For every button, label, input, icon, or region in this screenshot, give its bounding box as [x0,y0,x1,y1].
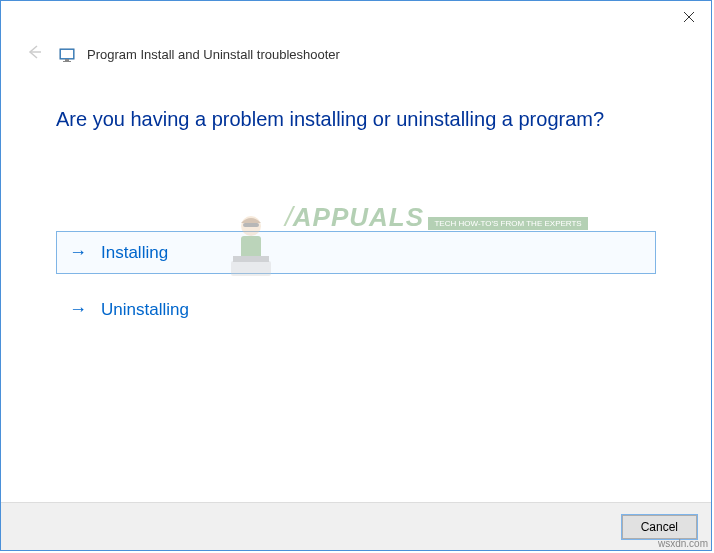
svg-rect-6 [63,61,71,62]
option-installing[interactable]: → Installing [56,231,656,274]
back-arrow-icon [21,41,47,68]
footer: Cancel [1,502,711,550]
close-button[interactable] [666,2,711,32]
close-icon [684,12,694,22]
arrow-right-icon: → [69,242,87,263]
window-title: Program Install and Uninstall troublesho… [87,47,340,62]
arrow-right-icon: → [69,299,87,320]
header: Program Install and Uninstall troublesho… [1,33,711,78]
svg-rect-5 [65,59,69,61]
troubleshooter-icon [59,47,75,63]
page-heading: Are you having a problem installing or u… [56,108,656,131]
content-area: Are you having a problem installing or u… [1,78,711,331]
troubleshooter-window: Program Install and Uninstall troublesho… [0,0,712,551]
titlebar [1,1,711,33]
cancel-button[interactable]: Cancel [622,515,697,539]
option-uninstalling[interactable]: → Uninstalling [56,288,656,331]
option-label: Uninstalling [101,300,189,320]
option-label: Installing [101,243,168,263]
svg-rect-4 [61,50,73,58]
source-tag: wsxdn.com [658,538,708,549]
